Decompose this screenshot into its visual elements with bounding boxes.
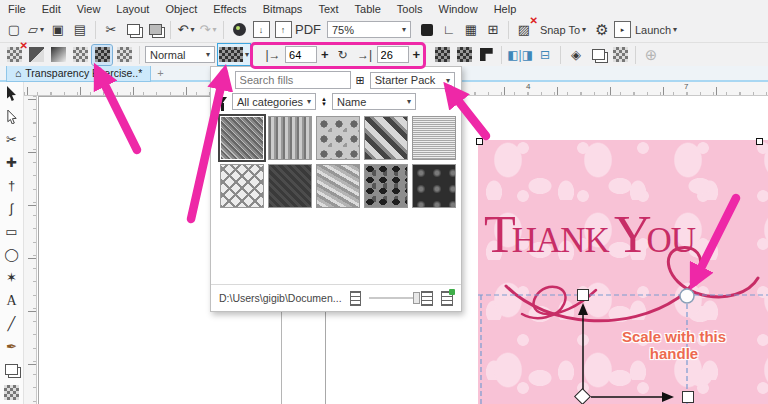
cut-button[interactable]: ✂ xyxy=(101,20,121,40)
fill-swatch-dark-camo[interactable] xyxy=(364,164,408,208)
sort-direction-icon[interactable]: ▲▼ xyxy=(321,97,327,107)
copy-button[interactable] xyxy=(123,20,143,40)
pen-tool[interactable]: ✒ xyxy=(1,335,23,358)
foreground-checker-button[interactable] xyxy=(432,45,452,65)
background-checker-button[interactable] xyxy=(454,45,474,65)
edit-transparency-button[interactable] xyxy=(476,45,496,65)
right-square-handle[interactable] xyxy=(683,392,694,403)
selection-handle-top-right[interactable] xyxy=(756,138,763,145)
menu-file[interactable]: File xyxy=(0,2,34,16)
snap-to-dropdown[interactable]: Snap To ▾ xyxy=(536,20,590,40)
copy-transparency-button[interactable] xyxy=(588,45,608,65)
menu-window[interactable]: Window xyxy=(431,2,486,16)
pack-selector-combo[interactable]: Starter Pack ▾ xyxy=(370,72,455,89)
origin-diamond-handle[interactable] xyxy=(575,389,591,404)
new-tab-button[interactable]: + xyxy=(157,67,163,79)
line-tool[interactable]: ╱ xyxy=(1,312,23,335)
menu-bitmaps[interactable]: Bitmaps xyxy=(255,2,311,16)
scale-circle-handle[interactable] xyxy=(680,289,694,303)
vector-pattern-transparency-button[interactable] xyxy=(70,45,90,65)
top-square-handle[interactable] xyxy=(578,290,589,301)
import-button[interactable]: ↓ xyxy=(251,20,271,40)
text-tool[interactable]: A xyxy=(1,289,23,312)
fill-swatch-light-mottle[interactable] xyxy=(316,164,360,208)
uniform-transparency-button[interactable] xyxy=(26,45,46,65)
invert-transparency-icon[interactable]: ↻ xyxy=(333,45,353,65)
pan-tool[interactable]: ✚ xyxy=(1,151,23,174)
launch-dropdown[interactable]: ▸ Launch ▾ xyxy=(614,20,677,40)
menu-layout[interactable]: Layout xyxy=(108,2,157,16)
new-document-button[interactable]: ▢ xyxy=(4,20,24,40)
show-guidelines-button[interactable]: ⊞ xyxy=(483,20,503,40)
crop-tool[interactable]: ✂ xyxy=(1,128,23,151)
fill-swatch-dot-clusters[interactable] xyxy=(316,116,360,160)
menu-tools[interactable]: Tools xyxy=(389,2,431,16)
thank-you-card[interactable]: THANKYOU Scale with this handle xyxy=(478,140,768,404)
fullscreen-preview-button[interactable] xyxy=(417,20,437,40)
thumbnail-size-slider[interactable] xyxy=(369,292,413,304)
zoom-level-combo[interactable]: 75% ▾ xyxy=(327,21,411,38)
bitmap-pattern-transparency-button[interactable] xyxy=(92,45,112,65)
fg-stepper[interactable]: + xyxy=(319,47,331,62)
dimension-tool[interactable]: † xyxy=(1,174,23,197)
merge-mode-combo[interactable]: Normal ▾ xyxy=(145,46,215,63)
foreground-transparency-field[interactable] xyxy=(285,46,317,63)
show-grid-button[interactable]: ▦ xyxy=(461,20,481,40)
menu-view[interactable]: View xyxy=(69,2,109,16)
save-button[interactable]: ▣ xyxy=(48,20,68,40)
fill-swatch-dark-weave[interactable] xyxy=(268,164,312,208)
menu-text[interactable]: Text xyxy=(310,2,346,16)
fill-swatch-vertical-mottle[interactable] xyxy=(268,116,312,160)
category-combo[interactable]: All categories ▾ xyxy=(232,93,316,110)
fill-swatch-bump-circles[interactable] xyxy=(412,164,456,208)
interactive-fill-tool[interactable] xyxy=(1,358,23,381)
rectangle-tool[interactable]: ▭ xyxy=(1,220,23,243)
options-button[interactable]: ⚙ xyxy=(592,20,612,40)
bg-stepper[interactable]: + xyxy=(411,47,423,62)
selection-handle-top-left[interactable] xyxy=(476,138,483,145)
undo-button[interactable]: ↶▾ xyxy=(176,20,196,40)
print-button[interactable]: ▤ xyxy=(70,20,90,40)
fill-swatch-diamond-lattice[interactable] xyxy=(220,164,264,208)
sort-combo[interactable]: Name ▾ xyxy=(332,93,416,110)
export-button[interactable]: ↑ xyxy=(273,20,293,40)
menu-effects[interactable]: Effects xyxy=(205,2,254,16)
ellipse-tool[interactable]: ◯ xyxy=(1,243,23,266)
document-tab[interactable]: ⌂ Transparency Exercise..* xyxy=(6,65,151,82)
fill-swatch-diagonal-stripes[interactable] xyxy=(364,116,408,160)
menu-help[interactable]: Help xyxy=(486,2,525,16)
fill-swatch-noise-speckle[interactable] xyxy=(220,116,264,160)
vertical-ruler[interactable] xyxy=(24,96,37,404)
transparency-picker-button[interactable]: ▾ xyxy=(217,43,251,66)
search-fills-input[interactable] xyxy=(235,71,351,89)
menu-object[interactable]: Object xyxy=(157,2,205,16)
snapping-off-button[interactable]: ▨✕ xyxy=(514,20,534,40)
menu-edit[interactable]: Edit xyxy=(34,2,69,16)
fountain-transparency-button[interactable] xyxy=(48,45,68,65)
polygon-tool[interactable]: ✶ xyxy=(1,266,23,289)
fill-swatch-fine-static[interactable] xyxy=(412,116,456,160)
filter-funnel-icon[interactable] xyxy=(217,97,227,104)
add-fill-icon[interactable] xyxy=(441,291,453,306)
transparency-tool[interactable] xyxy=(1,381,23,404)
thumbnail-view-icon[interactable] xyxy=(350,291,362,306)
mirror-vertical-button[interactable]: ⊟ xyxy=(535,45,555,65)
browse-tree-icon[interactable]: ⊞ xyxy=(356,74,365,87)
shape-tool[interactable] xyxy=(1,105,23,128)
no-transparency-button[interactable]: ✕ xyxy=(4,45,24,65)
paste-button[interactable] xyxy=(145,20,165,40)
publish-pdf-button[interactable]: PDF xyxy=(295,20,321,40)
slider-thumb[interactable] xyxy=(413,292,420,304)
show-rulers-button[interactable]: ∟ xyxy=(439,20,459,40)
freehand-tool[interactable]: ∫ xyxy=(1,197,23,220)
redo-button[interactable]: ↷▾ xyxy=(198,20,218,40)
two-color-pattern-transparency-button[interactable] xyxy=(114,45,134,65)
browse-fills-icon[interactable] xyxy=(421,291,433,306)
transparency-target-button[interactable]: ◈ xyxy=(566,45,586,65)
apply-transparency-button[interactable] xyxy=(610,45,630,65)
search-content-button[interactable] xyxy=(229,20,249,40)
pick-tool[interactable] xyxy=(1,82,23,105)
menu-table[interactable]: Table xyxy=(347,2,389,16)
open-button[interactable]: ▱▾ xyxy=(26,20,46,40)
background-transparency-field[interactable] xyxy=(377,46,409,63)
